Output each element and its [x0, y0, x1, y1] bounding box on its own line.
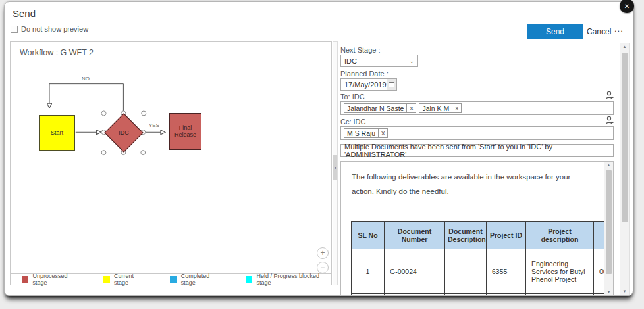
- cancel-button[interactable]: Cancel: [587, 27, 611, 36]
- recipient-chip: M S RajuX: [344, 128, 388, 138]
- text-cursor: [467, 105, 481, 112]
- legend-swatch: [170, 276, 176, 283]
- legend-item: Unprocessed stage: [22, 273, 81, 286]
- planned-date-label: Planned Date :: [340, 70, 389, 78]
- recipient-chip: Jain K MX: [419, 103, 462, 113]
- edge-label-yes: YES: [149, 122, 159, 128]
- doc-table-cell: 1: [352, 249, 385, 294]
- recipient-name: Jalandhar N Saste: [344, 103, 407, 113]
- scroll-up-icon[interactable]: ▲: [604, 163, 613, 167]
- deliverables-table: SL NoDocument NumberDocument Description…: [351, 221, 606, 296]
- add-user-icon[interactable]: [605, 91, 614, 100]
- doc-table-header: Document Description: [445, 222, 487, 249]
- panel-scrollbar-thumb[interactable]: [622, 53, 628, 222]
- doc-table-cell: G-00024: [385, 249, 445, 294]
- collapse-panel-handle[interactable]: ‹: [333, 155, 337, 180]
- legend-item: Held / Progress blocked stage: [246, 273, 331, 286]
- chip-remove-button[interactable]: X: [379, 128, 388, 138]
- doc-table-header: SL No: [352, 222, 385, 249]
- panel-splitter: ‹: [333, 41, 338, 285]
- next-stage-select[interactable]: IDC ⌄: [340, 55, 418, 67]
- doc-table-cell: Engineering Services for Butyl Phenol Pr…: [526, 249, 594, 294]
- planned-date-value: 17/May/2019: [344, 81, 387, 89]
- dialog-title: Send: [13, 8, 36, 19]
- workflow-node-start[interactable]: Start: [39, 115, 75, 151]
- table-row: 1G-000246355Engineering Services for But…: [352, 249, 606, 294]
- doc-table-head-row: SL NoDocument NumberDocument Description…: [352, 222, 606, 249]
- cc-field[interactable]: M S RajuX: [340, 126, 614, 140]
- send-button[interactable]: Send: [527, 24, 583, 39]
- preview-option-row: Do not show preview: [11, 25, 88, 33]
- chevron-down-icon: ⌄: [409, 58, 414, 64]
- legend-swatch: [22, 276, 28, 283]
- scroll-down-icon[interactable]: ▼: [604, 290, 613, 294]
- scroll-down-icon[interactable]: ▼: [620, 289, 629, 293]
- subject-input[interactable]: Multiple Documents have been sent from '…: [340, 144, 614, 157]
- chip-remove-button[interactable]: X: [452, 103, 462, 113]
- legend-label: Completed stage: [181, 273, 223, 286]
- message-body-text: The following deliverables are available…: [352, 170, 593, 199]
- legend-swatch: [103, 276, 110, 283]
- recipient-name: Jain K M: [419, 103, 452, 113]
- calendar-button[interactable]: [387, 79, 396, 90]
- workflow-diagram: [11, 42, 331, 285]
- next-stage-label: Next Stage :: [340, 46, 381, 54]
- body-scrollbar-thumb[interactable]: [606, 170, 612, 274]
- workflow-legend: Unprocessed stageCurrent stageCompleted …: [11, 273, 331, 285]
- do-not-show-preview-checkbox[interactable]: [11, 26, 18, 33]
- table-row-partial: [352, 294, 606, 297]
- doc-table-cell: [352, 294, 385, 297]
- legend-label: Unprocessed stage: [32, 273, 80, 286]
- add-user-icon[interactable]: [605, 116, 614, 125]
- chip-remove-button[interactable]: X: [407, 103, 416, 113]
- cc-label: Cc: IDC: [340, 118, 366, 126]
- panel-scrollbar[interactable]: ▲ ▼: [620, 43, 630, 295]
- doc-table-cell: [385, 294, 445, 297]
- legend-item: Completed stage: [170, 273, 223, 286]
- edge-label-no: NO: [82, 76, 90, 82]
- doc-table-cell: [526, 294, 594, 297]
- doc-table-body: 1G-000246355Engineering Services for But…: [352, 249, 606, 297]
- to-field[interactable]: Jalandhar N SasteXJain K MX: [340, 101, 614, 115]
- doc-table-cell: 6355: [487, 249, 526, 294]
- close-icon[interactable]: ✕: [620, 0, 634, 13]
- doc-table-cell: [445, 249, 487, 294]
- planned-date-input[interactable]: 17/May/2019: [340, 78, 397, 91]
- body-scrollbar[interactable]: ▲ ▼: [604, 162, 613, 295]
- next-stage-value: IDC: [344, 57, 357, 65]
- scroll-up-icon[interactable]: ▲: [620, 45, 629, 49]
- calendar-icon: [389, 82, 394, 87]
- doc-table-header: Document Number: [385, 222, 445, 249]
- text-cursor: [393, 130, 408, 137]
- legend-item: Current stage: [103, 273, 148, 286]
- to-label: To: IDC: [340, 93, 365, 101]
- doc-table-cell: [445, 294, 487, 297]
- workflow-node-final-release[interactable]: Final Release: [169, 113, 201, 150]
- message-body[interactable]: The following deliverables are available…: [340, 161, 614, 296]
- legend-swatch: [246, 276, 252, 283]
- more-options-button[interactable]: ...: [614, 24, 624, 34]
- doc-table-header: Project description: [526, 222, 594, 249]
- recipient-chip: Jalandhar N SasteX: [344, 103, 416, 113]
- doc-table-cell: [487, 294, 526, 297]
- zoom-in-button[interactable]: +: [317, 247, 329, 259]
- do-not-show-preview-label: Do not show preview: [21, 25, 88, 33]
- deliverables-table-container: SL NoDocument NumberDocument Description…: [351, 221, 606, 296]
- zoom-out-button[interactable]: −: [317, 262, 329, 273]
- legend-label: Current stage: [114, 273, 148, 286]
- send-dialog: Send Do not show preview Send Cancel ...…: [4, 1, 633, 296]
- workflow-node-decision-label: IDC: [110, 119, 138, 147]
- legend-label: Held / Progress blocked stage: [256, 273, 331, 286]
- doc-table-header: Project ID: [487, 222, 526, 249]
- recipient-name: M S Raju: [344, 128, 379, 138]
- workflow-panel: Workflow : G WFT 2 Start IDC Final Relea…: [10, 41, 332, 285]
